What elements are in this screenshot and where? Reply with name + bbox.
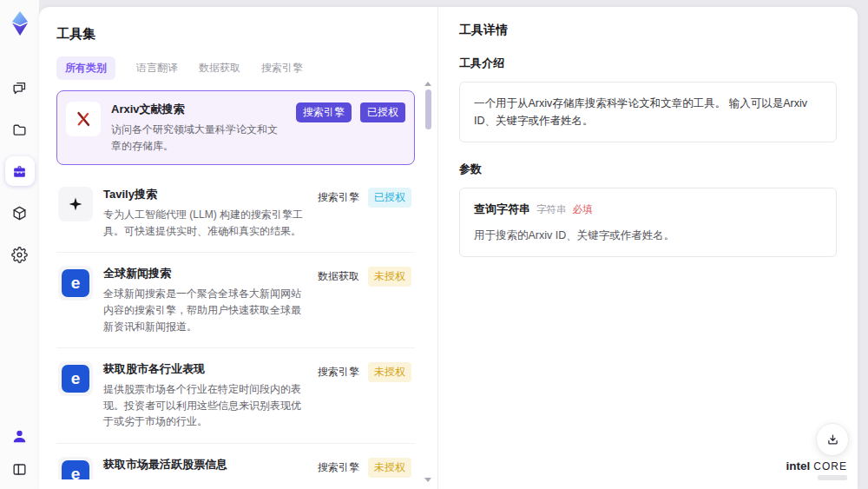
panel-toggle-icon xyxy=(11,461,28,478)
tool-description: 全球新闻搜索是一个聚合全球各大新闻网站内容的搜索引擎，帮助用户快速获取全球最新资… xyxy=(103,286,307,334)
tool-description: 专为人工智能代理 (LLM) 构建的搜索引擎工具。可快速提供实时、准确和真实的结… xyxy=(103,207,307,239)
tool-name: 获取市场最活跃股票信息 xyxy=(103,457,307,472)
tool-auth-badge: 已授权 xyxy=(368,188,411,208)
intel-core-logo: intel core xyxy=(786,459,848,480)
intro-text: 一个用于从Arxiv存储库搜索科学论文和文章的工具。 输入可以是Arxiv ID… xyxy=(474,97,807,127)
category-tabs: 所有类别 语言翻译 数据获取 搜索引擎 xyxy=(56,56,415,80)
chat-icon xyxy=(11,80,28,96)
intro-section-title: 工具介绍 xyxy=(459,56,837,71)
tool-list-item[interactable]: e 获取市场最活跃股票信息 提供当天交易量最高的股票列表，投资者可以利用这些信息… xyxy=(56,444,415,479)
tool-auth-badge: 未授权 xyxy=(368,362,411,382)
tool-auth-badge: 已授权 xyxy=(360,102,405,122)
arxiv-logo xyxy=(66,102,101,136)
tool-category-label: 搜索引擎 xyxy=(318,458,359,478)
tool-description: 提供股票市场各个行业在特定时间段内的表现。投资者可以利用这些信息来识别表现优于或… xyxy=(103,381,307,430)
param-description: 用于搜索的Arxiv ID、关键字或作者姓名。 xyxy=(474,227,822,244)
list-scrollbar[interactable] xyxy=(424,82,432,482)
news-e-logo: e xyxy=(58,361,93,396)
category-tab-0[interactable]: 所有类别 xyxy=(56,56,115,80)
tool-category-label: 数据获取 xyxy=(318,267,359,287)
param-required-badge: 必填 xyxy=(573,202,593,217)
tool-category-label: 搜索引擎 xyxy=(318,188,359,208)
app-logo xyxy=(8,10,32,36)
app-sidebar xyxy=(0,0,39,489)
sidebar-item-panel-toggle[interactable] xyxy=(9,458,31,480)
toolbox-icon xyxy=(11,163,28,180)
category-tab-3[interactable]: 搜索引擎 xyxy=(261,56,303,80)
tool-list: Arxiv文献搜索 访问各个研究领域大量科学论文和文章的存储库。 搜索引擎 已授… xyxy=(56,90,415,479)
category-tab-2[interactable]: 数据获取 xyxy=(199,56,240,80)
tool-description: 提供当天交易量最高的股票列表，投资者可以利用这些信息来识别流动性强的股票和潜在的… xyxy=(103,477,307,479)
tool-auth-badge: 未授权 xyxy=(368,458,411,478)
toolset-panel: 工具集 所有类别 语言翻译 数据获取 搜索引擎 Arxiv文献搜索 访问各个研究… xyxy=(39,7,438,489)
sidebar-item-files[interactable] xyxy=(5,115,35,144)
tool-detail-panel: 工具详情 工具介绍 一个用于从Arxiv存储库搜索科学论文和文章的工具。 输入可… xyxy=(438,7,858,489)
sidebar-item-user[interactable] xyxy=(9,425,31,447)
news-e-logo: e xyxy=(58,266,93,301)
tool-category-label: 搜索引擎 xyxy=(296,102,352,122)
sidebar-item-tools[interactable] xyxy=(5,156,35,186)
detail-title: 工具详情 xyxy=(459,23,837,38)
intel-wordmark: intel xyxy=(786,459,811,472)
page-title: 工具集 xyxy=(56,26,415,43)
tool-name: Tavily搜索 xyxy=(103,187,307,202)
download-icon xyxy=(825,433,840,447)
tool-auth-badge: 未授权 xyxy=(368,267,411,287)
tool-category-label: 搜索引擎 xyxy=(318,362,359,382)
scrollbar-down-icon[interactable] xyxy=(424,478,431,482)
category-tab-1[interactable]: 语言翻译 xyxy=(136,56,178,80)
sidebar-item-settings[interactable] xyxy=(5,240,35,269)
sidebar-item-chat[interactable] xyxy=(5,73,35,102)
scrollbar-up-icon[interactable] xyxy=(424,82,431,86)
tool-list-item[interactable]: Arxiv文献搜索 访问各个研究领域大量科学论文和文章的存储库。 搜索引擎 已授… xyxy=(56,90,415,165)
tool-name: 全球新闻搜索 xyxy=(103,266,307,281)
tool-list-item[interactable]: e 全球新闻搜索 全球新闻搜索是一个聚合全球各大新闻网站内容的搜索引擎，帮助用户… xyxy=(56,253,415,348)
gear-icon xyxy=(11,247,28,263)
intel-logo-subline xyxy=(818,475,847,480)
intro-box: 一个用于从Arxiv存储库搜索科学论文和文章的工具。 输入可以是Arxiv ID… xyxy=(459,82,837,142)
cube-icon xyxy=(11,205,28,221)
tool-description: 访问各个研究领域大量科学论文和文章的存储库。 xyxy=(111,122,286,154)
user-icon xyxy=(11,428,28,445)
tool-name: Arxiv文献搜索 xyxy=(111,102,286,117)
core-wordmark: core xyxy=(813,460,847,472)
param-type: 字符串 xyxy=(536,202,567,217)
tavily-star-logo xyxy=(58,187,93,221)
main-card: 工具集 所有类别 语言翻译 数据获取 搜索引擎 Arxiv文献搜索 访问各个研究… xyxy=(39,7,858,489)
param-name: 查询字符串 xyxy=(474,201,530,219)
scrollbar-thumb[interactable] xyxy=(425,89,431,129)
params-section-title: 参数 xyxy=(459,162,837,177)
news-e-logo: e xyxy=(58,457,93,479)
folder-icon xyxy=(11,122,28,138)
download-button[interactable] xyxy=(816,423,849,456)
tool-name: 获取股市各行业表现 xyxy=(103,361,307,377)
tool-list-item[interactable]: e 获取股市各行业表现 提供股票市场各个行业在特定时间段内的表现。投资者可以利用… xyxy=(56,348,415,444)
sidebar-item-models[interactable] xyxy=(5,198,35,228)
param-box: 查询字符串 字符串 必填 用于搜索的Arxiv ID、关键字或作者姓名。 xyxy=(459,188,837,257)
tool-list-item[interactable]: Tavily搜索 专为人工智能代理 (LLM) 构建的搜索引擎工具。可快速提供实… xyxy=(56,174,415,253)
